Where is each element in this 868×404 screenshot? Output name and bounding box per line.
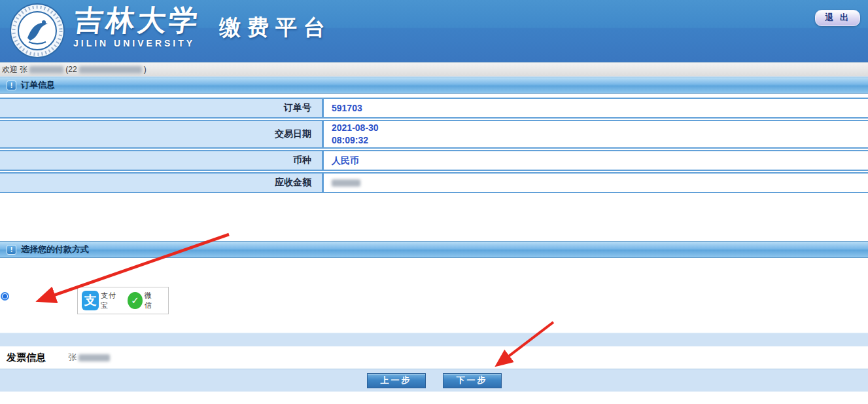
order-number-label: 订单号 [0, 99, 322, 117]
payment-methods-box[interactable]: 支 支付宝 ✓ 微 信 [77, 287, 169, 314]
divider-strip [0, 333, 868, 346]
logout-button[interactable]: 退 出 [815, 10, 860, 26]
masked-amount [332, 179, 360, 187]
wechat-label: 微 信 [145, 291, 160, 310]
table-row: 交易日期 2021-08-30 08:09:32 [0, 120, 868, 149]
university-name-en: JILIN UNIVERSITY [73, 38, 195, 48]
masked-invoice-name [78, 354, 110, 361]
invoice-info-title: 发票信息 [7, 352, 46, 364]
currency-value: 人民币 [322, 151, 868, 170]
alipay-label: 支付宝 [101, 291, 121, 310]
table-row: 币种 人民币 [0, 150, 868, 171]
transaction-date-label: 交易日期 [0, 121, 322, 147]
table-row: 订单号 591703 [0, 98, 868, 119]
previous-step-button[interactable]: 上一步 [367, 373, 426, 388]
transaction-time-text: 08:09:32 [332, 134, 868, 147]
masked-user-id [79, 66, 142, 73]
order-number-value: 591703 [322, 99, 868, 117]
masked-user-name [29, 66, 63, 73]
alipay-icon: 支 [82, 291, 99, 310]
info-icon: ! [7, 81, 16, 90]
currency-label: 币种 [0, 151, 322, 170]
currency-text: 人民币 [332, 155, 868, 167]
table-row: 应收金额 [0, 172, 868, 193]
welcome-id-close: ) [144, 65, 147, 74]
amount-due-value [322, 174, 868, 192]
radio-dot [3, 294, 7, 299]
spacer [0, 194, 868, 241]
next-step-button[interactable]: 下一步 [443, 373, 502, 388]
wechat-icon: ✓ [128, 292, 143, 309]
payment-platform-page: 吉林大学 JILIN UNIVERSITY 缴费平台 退 出 欢迎 张 (22 … [0, 0, 868, 404]
welcome-text: 欢迎 张 [2, 64, 27, 75]
payment-method-section-header: ! 选择您的付款方式 [0, 241, 868, 258]
amount-due-label: 应收金额 [0, 174, 322, 192]
order-info-section-header: ! 订单信息 [0, 77, 868, 94]
page-title: 缴费平台 [219, 13, 332, 43]
order-info-table: 订单号 591703 交易日期 2021-08-30 08:09:32 币种 人… [0, 98, 868, 193]
order-info-section-title: 订单信息 [21, 79, 55, 91]
transaction-date-value: 2021-08-30 08:09:32 [322, 121, 868, 147]
payment-method-section-title: 选择您的付款方式 [21, 244, 89, 255]
app-header: 吉林大学 JILIN UNIVERSITY 缴费平台 退 出 [0, 0, 868, 62]
invoice-info-row: 发票信息 张 [0, 346, 868, 369]
payment-method-content: 支 支付宝 ✓ 微 信 [0, 258, 868, 333]
payment-method-radio[interactable] [1, 292, 9, 301]
invoice-name-prefix: 张 [68, 352, 77, 363]
invoice-name: 张 [68, 352, 112, 363]
info-icon: ! [7, 245, 16, 255]
university-name-cn: 吉林大学 [73, 1, 202, 40]
transaction-date-text: 2021-08-30 [332, 122, 868, 134]
order-number-text: 591703 [332, 102, 868, 115]
university-logo-icon [9, 3, 65, 59]
welcome-bar: 欢迎 张 (22 ) [0, 62, 868, 76]
bottom-strip [0, 392, 868, 395]
footer-action-bar: 上一步 下一步 [0, 369, 868, 392]
welcome-id-open: (22 [65, 65, 77, 74]
